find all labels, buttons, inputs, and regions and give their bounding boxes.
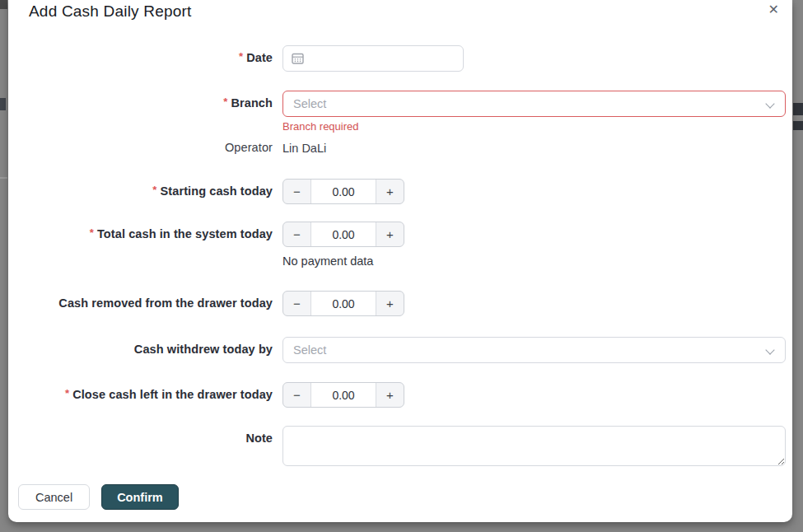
- confirm-button[interactable]: Confirm: [101, 484, 179, 510]
- cash-removed-row: Cash removed from the drawer today − +: [8, 291, 792, 316]
- add-cash-daily-report-modal: Add Cash Daily Report ✕ *Date: [8, 0, 792, 522]
- branch-label-text: Branch: [231, 96, 273, 110]
- calendar-icon: [292, 53, 304, 64]
- starting-cash-label: *Starting cash today: [8, 179, 273, 198]
- cash-withdrew-label: Cash withdrew today by: [8, 337, 273, 356]
- date-label-text: Date: [246, 51, 273, 64]
- total-cash-row: *Total cash in the system today − + No p…: [8, 222, 792, 268]
- required-marker: *: [152, 184, 156, 196]
- operator-label: Operator: [8, 141, 273, 154]
- starting-cash-row: *Starting cash today − +: [8, 179, 792, 204]
- total-cash-label-text: Total cash in the system today: [97, 227, 273, 240]
- close-cash-row: *Close cash left in the drawer today − +: [8, 382, 792, 408]
- required-marker: *: [239, 50, 243, 63]
- date-label: *Date: [8, 45, 273, 64]
- starting-cash-label-text: Starting cash today: [161, 184, 273, 198]
- branch-select-placeholder: Select: [293, 97, 326, 110]
- minus-button[interactable]: −: [283, 383, 310, 407]
- close-cash-label: *Close cash left in the drawer today: [8, 382, 273, 401]
- chevron-down-icon: [765, 99, 774, 108]
- note-label: Note: [8, 426, 273, 445]
- plus-button[interactable]: +: [376, 180, 404, 203]
- plus-button[interactable]: +: [376, 222, 404, 246]
- operator-value: Lin DaLi: [282, 142, 326, 155]
- minus-button[interactable]: −: [283, 180, 310, 203]
- close-cash-stepper: − +: [282, 382, 404, 408]
- date-input[interactable]: [282, 45, 464, 72]
- cancel-button[interactable]: Cancel: [18, 484, 90, 510]
- modal-footer: Cancel Confirm: [18, 484, 179, 510]
- note-textarea[interactable]: [282, 426, 786, 466]
- total-cash-label: *Total cash in the system today: [8, 222, 273, 240]
- branch-error-message: Branch required: [282, 120, 786, 133]
- plus-button[interactable]: +: [376, 292, 404, 315]
- background-artifact: [0, 0, 7, 9]
- background-artifact: [793, 121, 803, 130]
- cash-withdrew-select[interactable]: Select: [282, 337, 786, 363]
- close-icon[interactable]: ✕: [768, 3, 779, 16]
- chevron-down-icon: [765, 345, 774, 354]
- branch-select[interactable]: Select: [282, 91, 786, 117]
- date-input-field[interactable]: [310, 52, 455, 65]
- page-overlay: { "modal": { "title": "Add Cash Daily Re…: [0, 0, 803, 532]
- required-marker: *: [90, 226, 94, 239]
- total-cash-stepper: − +: [282, 222, 404, 247]
- operator-row: Operator Lin DaLi: [8, 141, 792, 156]
- total-cash-input[interactable]: [310, 222, 376, 246]
- starting-cash-input[interactable]: [310, 180, 376, 203]
- cash-removed-input[interactable]: [310, 292, 376, 315]
- starting-cash-stepper: − +: [282, 179, 404, 204]
- branch-row: *Branch Select Branch required: [8, 91, 792, 133]
- cash-removed-label: Cash removed from the drawer today: [8, 291, 273, 310]
- branch-label: *Branch: [8, 91, 273, 110]
- no-payment-data-text: No payment data: [282, 254, 786, 268]
- background-artifact: [793, 103, 803, 115]
- cash-withdrew-row: Cash withdrew today by Select: [8, 337, 792, 363]
- minus-button[interactable]: −: [283, 292, 310, 315]
- cash-removed-stepper: − +: [282, 291, 404, 316]
- background-artifact: [0, 177, 7, 179]
- required-marker: *: [65, 387, 69, 399]
- close-cash-input[interactable]: [310, 383, 376, 407]
- date-row: *Date: [8, 45, 792, 72]
- cash-withdrew-select-placeholder: Select: [293, 343, 326, 357]
- plus-button[interactable]: +: [376, 383, 404, 407]
- modal-title: Add Cash Daily Report: [29, 2, 191, 21]
- cash-daily-report-form: *Date: [8, 45, 792, 469]
- close-cash-label-text: Close cash left in the drawer today: [72, 388, 273, 401]
- required-marker: *: [223, 96, 227, 108]
- background-artifact: [0, 98, 6, 110]
- note-row: Note: [8, 426, 792, 469]
- minus-button[interactable]: −: [283, 222, 310, 246]
